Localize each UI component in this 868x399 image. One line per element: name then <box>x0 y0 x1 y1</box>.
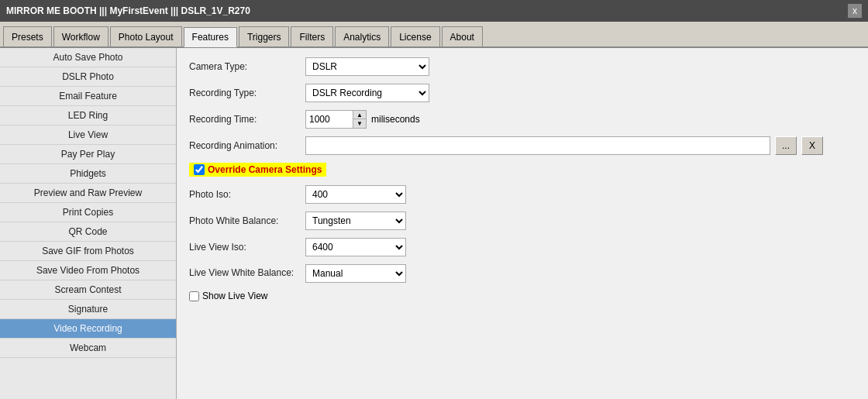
recording-time-unit: miliseconds <box>371 114 420 125</box>
sidebar-item-save-video-from-photos[interactable]: Save Video From Photos <box>0 261 176 280</box>
live-view-white-balance-label: Live View White Balance: <box>189 267 305 280</box>
photo-iso-select[interactable]: 400800160032006400 <box>305 185 406 204</box>
sidebar-item-qr-code[interactable]: QR Code <box>0 222 176 242</box>
tab-workflow[interactable]: Workflow <box>53 26 108 46</box>
tab-features[interactable]: Features <box>184 27 237 47</box>
recording-animation-row: Recording Animation: ... X <box>189 136 856 155</box>
sidebar-item-print-copies[interactable]: Print Copies <box>0 203 176 222</box>
override-container: Override Camera Settings <box>189 163 856 177</box>
live-view-iso-control: 640040080016003200 <box>305 238 406 256</box>
sidebar: Auto Save PhotoDSLR PhotoEmail FeatureLE… <box>0 48 177 399</box>
recording-animation-label: Recording Animation: <box>189 140 305 151</box>
show-live-view-label: Show Live View <box>202 291 268 301</box>
photo-white-balance-row: Photo White Balance: TungstenDaylightFlu… <box>189 212 856 230</box>
camera-type-control: DSLRWebcamIP Camera <box>305 57 429 76</box>
recording-animation-dots-button[interactable]: ... <box>775 136 797 155</box>
tab-triggers[interactable]: Triggers <box>239 26 290 46</box>
sidebar-item-scream-contest[interactable]: Scream Contest <box>0 280 176 300</box>
recording-animation-input[interactable] <box>305 136 770 155</box>
override-label[interactable]: Override Camera Settings <box>189 163 326 177</box>
photo-white-balance-select[interactable]: TungstenDaylightFluorescentAutoManual <box>305 212 406 230</box>
camera-type-row: Camera Type: DSLRWebcamIP Camera <box>189 57 856 76</box>
recording-time-input[interactable] <box>306 111 353 128</box>
sidebar-item-auto-save-photo[interactable]: Auto Save Photo <box>0 48 176 67</box>
photo-iso-label: Photo Iso: <box>189 189 305 200</box>
live-view-iso-label: Live View Iso: <box>189 242 305 253</box>
recording-animation-control: ... X <box>305 136 823 155</box>
recording-animation-x-button[interactable]: X <box>801 136 823 155</box>
sidebar-item-video-recording[interactable]: Video Recording <box>0 319 176 339</box>
recording-type-select[interactable]: DSLR RecordingWebcam Recording <box>305 84 429 102</box>
tab-photo-layout[interactable]: Photo Layout <box>110 26 182 46</box>
sidebar-item-pay-per-play[interactable]: Pay Per Play <box>0 145 176 164</box>
close-button[interactable]: x <box>848 4 862 18</box>
photo-white-balance-control: TungstenDaylightFluorescentAutoManual <box>305 212 406 230</box>
tab-presets[interactable]: Presets <box>3 26 52 46</box>
sidebar-item-preview-and-raw-preview[interactable]: Preview and Raw Preview <box>0 184 176 203</box>
spinner-buttons: ▲ ▼ <box>353 111 366 128</box>
show-live-view-checkbox[interactable] <box>189 291 199 301</box>
show-live-view-row: Show Live View <box>189 291 856 301</box>
title-bar: MIRROR ME BOOTH ||| MyFirstEvent ||| DSL… <box>0 0 868 22</box>
recording-time-spinner: ▲ ▼ <box>305 110 367 129</box>
recording-time-row: Recording Time: ▲ ▼ miliseconds <box>189 110 856 129</box>
tab-bar: PresetsWorkflowPhoto LayoutFeaturesTrigg… <box>0 22 868 48</box>
sidebar-item-email-feature[interactable]: Email Feature <box>0 87 176 106</box>
recording-time-label: Recording Time: <box>189 114 305 125</box>
title-bar-title: MIRROR ME BOOTH ||| MyFirstEvent ||| DSL… <box>6 5 250 16</box>
live-view-iso-select[interactable]: 640040080016003200 <box>305 238 406 256</box>
sidebar-item-webcam[interactable]: Webcam <box>0 339 176 358</box>
recording-type-row: Recording Type: DSLR RecordingWebcam Rec… <box>189 84 856 102</box>
sidebar-item-dslr-photo[interactable]: DSLR Photo <box>0 67 176 87</box>
sidebar-item-save-gif-from-photos[interactable]: Save GIF from Photos <box>0 242 176 261</box>
main-content: Auto Save PhotoDSLR PhotoEmail FeatureLE… <box>0 48 868 399</box>
override-checkbox[interactable] <box>194 164 205 175</box>
live-view-iso-row: Live View Iso: 640040080016003200 <box>189 238 856 256</box>
spinner-up-button[interactable]: ▲ <box>353 111 366 119</box>
tab-about[interactable]: About <box>442 26 483 46</box>
camera-type-label: Camera Type: <box>189 61 305 72</box>
sidebar-item-signature[interactable]: Signature <box>0 300 176 319</box>
override-text: Override Camera Settings <box>208 164 322 175</box>
tab-license[interactable]: License <box>391 26 439 46</box>
tab-analytics[interactable]: Analytics <box>335 26 389 46</box>
sidebar-item-phidgets[interactable]: Phidgets <box>0 164 176 184</box>
photo-white-balance-label: Photo White Balance: <box>189 215 305 226</box>
recording-time-control: ▲ ▼ miliseconds <box>305 110 420 129</box>
live-view-white-balance-select[interactable]: ManualAutoDaylightFluorescentTungsten <box>305 264 406 283</box>
camera-type-select[interactable]: DSLRWebcamIP Camera <box>305 57 429 76</box>
live-view-white-balance-control: ManualAutoDaylightFluorescentTungsten <box>305 264 406 283</box>
sidebar-item-led-ring[interactable]: LED Ring <box>0 106 176 126</box>
photo-iso-row: Photo Iso: 400800160032006400 <box>189 185 856 204</box>
spinner-down-button[interactable]: ▼ <box>353 119 366 128</box>
recording-type-label: Recording Type: <box>189 88 305 98</box>
recording-type-control: DSLR RecordingWebcam Recording <box>305 84 429 102</box>
photo-iso-control: 400800160032006400 <box>305 185 406 204</box>
sidebar-item-live-view[interactable]: Live View <box>0 126 176 145</box>
live-view-white-balance-row: Live View White Balance: ManualAutoDayli… <box>189 264 856 283</box>
tab-filters[interactable]: Filters <box>291 26 333 46</box>
content-area: Camera Type: DSLRWebcamIP Camera Recordi… <box>177 48 868 399</box>
